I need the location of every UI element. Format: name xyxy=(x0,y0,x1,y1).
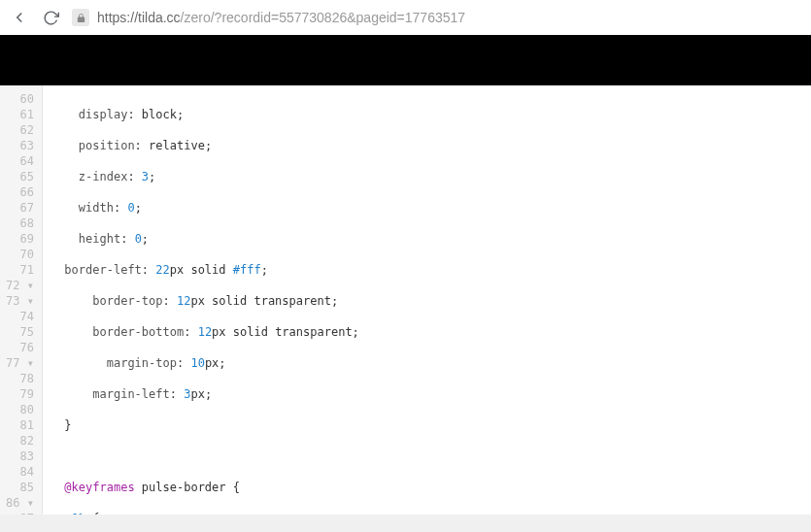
line-number: 80 xyxy=(4,402,36,417)
line-number: 83 xyxy=(4,449,36,464)
line-number: 86 ▾ xyxy=(4,495,36,511)
url-text: https://tilda.cc/zero/?recordid=55773082… xyxy=(97,10,465,25)
line-number: 78 xyxy=(4,371,36,386)
code-line: position: relative; xyxy=(51,138,584,153)
line-number: 64 xyxy=(4,153,36,169)
line-number: 70 xyxy=(4,247,36,262)
address-bar[interactable]: https://tilda.cc/zero/?recordid=55773082… xyxy=(72,9,801,26)
line-number: 60 xyxy=(4,91,36,107)
line-number: 68 xyxy=(4,216,36,231)
line-number: 66 xyxy=(4,184,36,200)
code-line: } xyxy=(51,417,584,433)
code-content[interactable]: display: block; position: relative; z-in… xyxy=(43,85,584,532)
line-number: 63 xyxy=(4,138,36,153)
code-line: border-bottom: 12px solid transparent; xyxy=(51,324,584,340)
code-line: display: block; xyxy=(51,107,584,122)
footer-gap xyxy=(0,515,811,532)
line-number: 82 xyxy=(4,433,36,449)
line-number: 67 xyxy=(4,200,36,216)
code-line: margin-left: 3px; xyxy=(51,386,584,402)
line-number: 81 xyxy=(4,417,36,433)
line-number: 75 xyxy=(4,324,36,340)
line-number: 85 xyxy=(4,480,36,495)
code-line xyxy=(51,449,584,464)
line-number: 61 xyxy=(4,107,36,122)
line-number: 69 xyxy=(4,231,36,247)
code-editor[interactable]: 60616263646566676869707172 ▾73 ▾74757677… xyxy=(0,85,811,532)
code-line: width: 0; xyxy=(51,200,584,216)
line-number: 76 xyxy=(4,340,36,355)
line-number: 79 xyxy=(4,386,36,402)
code-line: @keyframes pulse-border { xyxy=(51,480,584,495)
line-number: 72 ▾ xyxy=(4,278,36,293)
code-line: z-index: 3; xyxy=(51,169,584,184)
line-number: 65 xyxy=(4,169,36,184)
lock-icon xyxy=(72,9,89,26)
code-line: border-top: 12px solid transparent; xyxy=(51,293,584,309)
line-number-gutter: 60616263646566676869707172 ▾73 ▾74757677… xyxy=(0,85,43,532)
line-number: 73 ▾ xyxy=(4,293,36,309)
code-line: height: 0; xyxy=(51,231,584,247)
back-button[interactable] xyxy=(10,8,29,27)
line-number: 74 xyxy=(4,309,36,324)
line-number: 62 xyxy=(4,122,36,138)
line-number: 71 xyxy=(4,262,36,278)
line-number: 84 xyxy=(4,464,36,480)
code-line: margin-top: 10px; xyxy=(51,355,584,371)
page-header-blackbar xyxy=(0,35,811,85)
browser-toolbar: https://tilda.cc/zero/?recordid=55773082… xyxy=(0,0,811,35)
code-line: border-left: 22px solid #fff; xyxy=(51,262,584,278)
reload-button[interactable] xyxy=(41,8,60,27)
line-number: 77 ▾ xyxy=(4,355,36,371)
